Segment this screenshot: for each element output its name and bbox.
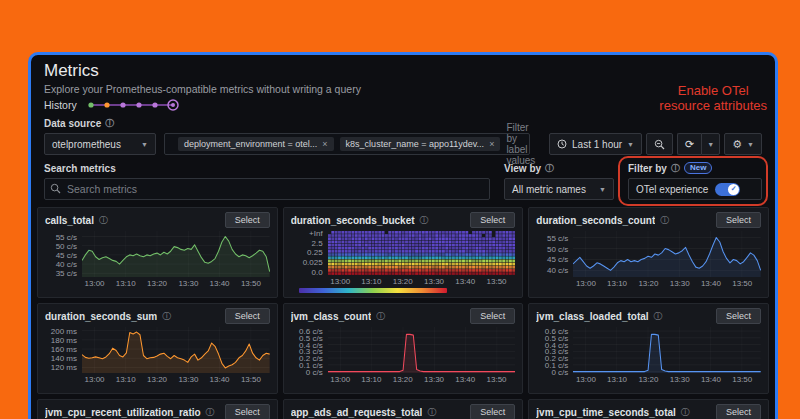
datasource-toolbar-row: otelprometheus ▼ deployment_environment … bbox=[44, 133, 762, 155]
x-tick-label: 13:10 bbox=[361, 375, 381, 384]
plot-column: 13:0013:1013:2013:3013:4013:50 bbox=[573, 327, 761, 389]
line-chart bbox=[82, 327, 270, 373]
panel-title: duration_seconds_bucket bbox=[291, 215, 415, 226]
info-icon[interactable]: ⓘ bbox=[376, 312, 385, 321]
select-button[interactable]: Select bbox=[716, 212, 761, 228]
panel-duration_seconds_count: duration_seconds_countⓘSelect55 c/s50 c/… bbox=[528, 207, 769, 298]
heatmap-colorbar bbox=[299, 288, 447, 293]
select-button[interactable]: Select bbox=[470, 212, 515, 228]
select-button[interactable]: Select bbox=[716, 404, 761, 419]
panel-jvm_cpu_time_seconds_total: jvm_cpu_time_seconds_totalⓘSelect0.0513:… bbox=[528, 399, 769, 419]
refresh-interval-button[interactable]: ▼ bbox=[701, 133, 720, 155]
x-tick-label: 13:30 bbox=[178, 279, 198, 288]
select-button[interactable]: Select bbox=[225, 404, 270, 419]
panel-header: app_ads_ad_requests_totalⓘSelect bbox=[291, 404, 516, 419]
close-icon[interactable]: × bbox=[489, 139, 494, 149]
line-chart bbox=[573, 231, 761, 277]
zoom-out-button[interactable] bbox=[646, 133, 673, 155]
x-tick-label: 13:30 bbox=[670, 279, 690, 288]
x-axis-labels: 13:0013:1013:2013:3013:4013:50 bbox=[82, 373, 270, 385]
filter-placeholder: Filter by label values bbox=[506, 122, 535, 166]
info-icon[interactable]: ⓘ bbox=[206, 408, 215, 417]
x-tick-label: 13:50 bbox=[241, 279, 261, 288]
search-label: Search metrics bbox=[44, 162, 490, 174]
info-icon[interactable]: ⓘ bbox=[427, 408, 436, 417]
y-tick-label: 0 c/s bbox=[551, 368, 568, 377]
x-tick-label: 13:20 bbox=[147, 279, 167, 288]
panel-title: jvm_cpu_time_seconds_total bbox=[536, 407, 676, 418]
time-range-value: Last 1 hour bbox=[572, 139, 622, 150]
x-tick-label: 13:10 bbox=[607, 279, 627, 288]
y-tick-label: 45 c/s bbox=[547, 255, 568, 264]
info-icon[interactable]: ⓘ bbox=[99, 216, 108, 225]
x-axis-labels: 13:0013:1013:2013:3013:4013:50 bbox=[328, 373, 516, 385]
y-tick-label: 50 c/s bbox=[547, 245, 568, 254]
select-button[interactable]: Select bbox=[225, 212, 270, 228]
chevron-down-icon: ▼ bbox=[707, 141, 714, 148]
panel-header: jvm_class_countⓘSelect bbox=[291, 308, 516, 324]
chart-plot-area bbox=[573, 231, 761, 277]
select-button[interactable]: Select bbox=[470, 308, 515, 324]
x-tick-label: 13:40 bbox=[701, 375, 721, 384]
select-button[interactable]: Select bbox=[470, 404, 515, 419]
panel-calls_total: calls_totalⓘSelect55 c/s50 c/s45 c/s40 c… bbox=[37, 207, 278, 298]
close-icon[interactable]: × bbox=[322, 139, 327, 149]
panel-header: jvm_cpu_recent_utilization_ratioⓘSelect bbox=[45, 404, 270, 419]
y-tick-label: 0.25 bbox=[307, 248, 323, 257]
filter-chip-text: deployment_environment = otel... bbox=[184, 139, 317, 149]
info-icon[interactable]: ⓘ bbox=[420, 216, 429, 225]
plot-column: 13:0013:1013:2013:3013:4013:50 bbox=[573, 231, 761, 293]
info-icon[interactable]: ⓘ bbox=[162, 312, 171, 321]
datasource-value: otelprometheus bbox=[52, 139, 121, 150]
panel-jvm_class_count: jvm_class_countⓘSelect0.6 c/s0.5 c/s0.4 … bbox=[283, 303, 524, 394]
line-chart bbox=[328, 327, 516, 373]
otel-toggle-label: OTel experience bbox=[636, 184, 708, 195]
x-axis-labels: 13:0013:1013:2013:3013:4013:50 bbox=[328, 275, 516, 287]
label-filters-box[interactable]: deployment_environment = otel... × k8s_c… bbox=[164, 133, 530, 155]
line-chart bbox=[82, 231, 270, 277]
history-graph[interactable] bbox=[85, 98, 185, 112]
x-tick-label: 13:30 bbox=[424, 277, 444, 286]
x-tick-label: 13:10 bbox=[607, 375, 627, 384]
plot-column: 13:0013:1013:2013:3013:4013:50 bbox=[82, 231, 270, 293]
plot-column: 13:0013:1013:2013:3013:4013:50 bbox=[328, 327, 516, 389]
toggle-switch[interactable] bbox=[715, 183, 740, 196]
x-tick-label: 13:10 bbox=[361, 277, 381, 286]
x-tick-label: 13:50 bbox=[732, 375, 752, 384]
new-badge: New bbox=[684, 162, 712, 174]
panel-title: jvm_class_count bbox=[291, 311, 372, 322]
info-icon[interactable]: ⓘ bbox=[660, 216, 669, 225]
search-input[interactable] bbox=[44, 178, 490, 200]
otel-experience-toggle[interactable]: OTel experience bbox=[628, 178, 762, 200]
panel-body: 55 c/s50 c/s45 c/s40 c/s35 c/s13:0013:10… bbox=[45, 231, 270, 293]
datasource-select[interactable]: otelprometheus ▼ bbox=[44, 133, 156, 155]
x-tick-label: 13:10 bbox=[116, 375, 136, 384]
info-icon[interactable]: ⓘ bbox=[671, 164, 680, 173]
info-icon[interactable]: ⓘ bbox=[545, 164, 554, 173]
refresh-split-button: ⟳ ▼ bbox=[677, 133, 720, 155]
info-icon[interactable]: ⓘ bbox=[681, 408, 690, 417]
datasource-label-row: Data source ⓘ bbox=[44, 118, 762, 129]
search-column: Search metrics bbox=[44, 162, 490, 200]
chevron-down-icon: ▼ bbox=[141, 141, 148, 148]
info-icon[interactable]: ⓘ bbox=[105, 119, 114, 128]
y-axis-labels: 200 ms180 ms160 ms140 ms120 ms bbox=[45, 327, 82, 389]
view-by-label: View by ⓘ bbox=[504, 162, 614, 174]
select-button[interactable]: Select bbox=[225, 308, 270, 324]
x-tick-label: 13:50 bbox=[241, 375, 261, 384]
filter-chip[interactable]: k8s_cluster_name = appo11ydev... × bbox=[340, 137, 501, 151]
view-by-select[interactable]: All metric names ▼ bbox=[504, 178, 614, 200]
y-tick-label: 40 c/s bbox=[56, 260, 77, 269]
y-tick-label: 160 ms bbox=[51, 345, 77, 354]
time-range-button[interactable]: Last 1 hour ▼ bbox=[549, 133, 642, 155]
select-button[interactable]: Select bbox=[716, 308, 761, 324]
search-icon bbox=[50, 183, 61, 194]
settings-button[interactable]: ⚙ ▼ bbox=[724, 133, 762, 155]
panel-body: 0.6 c/s0.5 c/s0.4 c/s0.3 c/s0.2 c/s0.1 c… bbox=[291, 327, 516, 389]
panel-duration_seconds_sum: duration_seconds_sumⓘSelect200 ms180 ms1… bbox=[37, 303, 278, 394]
chevron-down-icon: ▼ bbox=[747, 141, 754, 148]
x-tick-label: 13:40 bbox=[210, 279, 230, 288]
refresh-button[interactable]: ⟳ bbox=[677, 133, 701, 155]
info-icon[interactable]: ⓘ bbox=[654, 312, 663, 321]
filter-chip[interactable]: deployment_environment = otel... × bbox=[178, 137, 334, 151]
